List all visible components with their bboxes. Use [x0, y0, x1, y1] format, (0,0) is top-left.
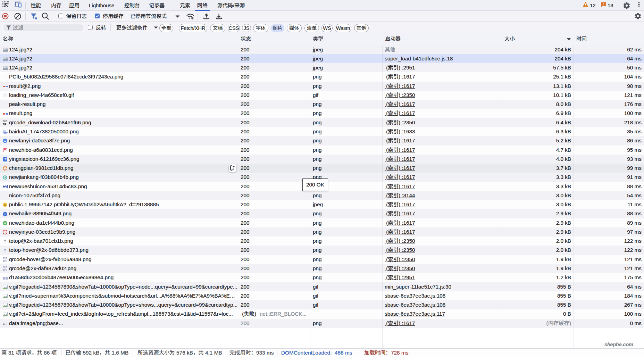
svg-text:Ai+: Ai+: [3, 322, 7, 325]
